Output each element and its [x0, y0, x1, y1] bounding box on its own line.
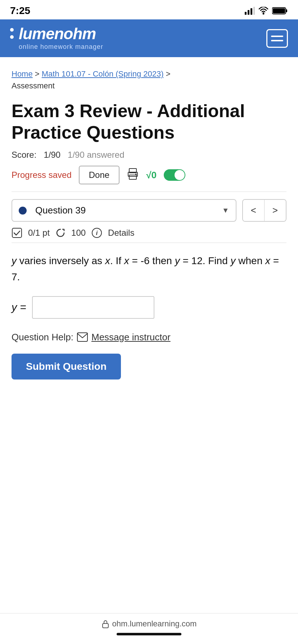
breadcrumb-sep-2: > [166, 69, 171, 78]
breadcrumb: Home > Math 101.07 - Colón (Spring 2023)… [12, 68, 286, 92]
divider-1 [12, 192, 286, 192]
retry-icon [55, 228, 66, 238]
wifi-icon [258, 7, 268, 15]
breadcrumb-course[interactable]: Math 101.07 - Colón (Spring 2023) [42, 69, 164, 78]
svg-rect-15 [77, 333, 87, 341]
svg-rect-9 [129, 175, 136, 179]
content-area: Home > Math 101.07 - Colón (Spring 2023)… [0, 57, 298, 390]
info-icon: i [91, 227, 102, 238]
hamburger-line-2 [271, 40, 283, 41]
status-bar: 7:25 [0, 0, 298, 19]
page-title: Exam 3 Review - Additional Practice Ques… [12, 100, 286, 143]
toggle-wrap[interactable] [164, 169, 185, 181]
sqrt-label: √0 [146, 170, 157, 181]
breadcrumb-current: Assessment [12, 80, 286, 92]
toggle-knob [175, 170, 185, 180]
answer-label: y = [12, 301, 26, 313]
svg-rect-6 [286, 9, 287, 12]
question-help-row: Question Help: Message instructor [12, 332, 286, 343]
score-value: 1/90 [44, 150, 60, 160]
score-answered: 1/90 answered [68, 150, 124, 160]
svg-rect-3 [253, 7, 255, 15]
print-icon[interactable] [127, 168, 139, 183]
breadcrumb-home[interactable]: Home [12, 69, 33, 78]
lock-icon [101, 619, 109, 629]
checkbox-icon [12, 227, 22, 238]
url-text: ohm.lumenlearning.com [112, 619, 197, 629]
details-link[interactable]: Details [108, 228, 134, 238]
home-indicator [117, 633, 181, 635]
logo-dot-1 [10, 28, 14, 32]
header: lumenohm online homework manager [0, 19, 298, 57]
question-dropdown[interactable]: Question 39 ▼ [12, 199, 236, 222]
prev-question-button[interactable]: < [243, 200, 265, 221]
done-button[interactable]: Done [79, 166, 119, 184]
logo-name: lumenohm [19, 26, 103, 42]
logo-dot-2 [10, 35, 14, 39]
signal-icon [245, 7, 255, 15]
submit-question-button[interactable]: Submit Question [12, 354, 121, 380]
question-dot [19, 207, 27, 215]
svg-point-4 [263, 13, 265, 15]
bottom-bar: ohm.lumenlearning.com [0, 613, 298, 644]
progress-saved: Progress saved [12, 170, 72, 180]
score-label: Score: [12, 150, 36, 160]
points-label: 0/1 pt [28, 228, 50, 238]
svg-rect-2 [250, 8, 252, 15]
breadcrumb-sep-1: > [35, 69, 42, 78]
svg-rect-7 [273, 8, 285, 13]
hamburger-line-1 [271, 36, 283, 37]
retry-count: 100 [71, 228, 86, 238]
logo-tagline: online homework manager [19, 43, 103, 51]
logo-area: lumenohm online homework manager [19, 26, 103, 51]
divider-2 [12, 243, 286, 243]
current-question-label: Question 39 [35, 205, 218, 216]
question-selector-row: Question 39 ▼ < > [12, 199, 286, 222]
hamburger-button[interactable] [266, 29, 288, 48]
nav-buttons: < > [242, 199, 286, 222]
question-help-label: Question Help: [12, 332, 73, 343]
answer-input[interactable] [32, 296, 154, 319]
svg-rect-16 [103, 624, 108, 628]
svg-text:i: i [96, 230, 98, 236]
status-time: 7:25 [10, 5, 30, 17]
svg-rect-0 [245, 12, 247, 15]
action-row: Progress saved Done √0 [12, 166, 286, 184]
battery-icon [272, 7, 288, 15]
dropdown-arrow-icon: ▼ [222, 206, 229, 215]
next-question-button[interactable]: > [265, 200, 286, 221]
message-instructor-link[interactable]: Message instructor [91, 332, 171, 343]
svg-rect-1 [248, 10, 249, 15]
status-icons [245, 7, 288, 15]
svg-point-11 [135, 174, 137, 175]
bottom-url: ohm.lumenlearning.com [101, 619, 197, 629]
points-row: 0/1 pt 100 i Details [12, 227, 286, 238]
toggle[interactable] [164, 169, 185, 181]
answer-row: y = [12, 296, 286, 319]
mail-icon [77, 332, 88, 342]
question-text: y varies inversely as x. If x = -6 then … [12, 253, 286, 285]
score-row: Score: 1/90 1/90 answered [12, 150, 286, 160]
